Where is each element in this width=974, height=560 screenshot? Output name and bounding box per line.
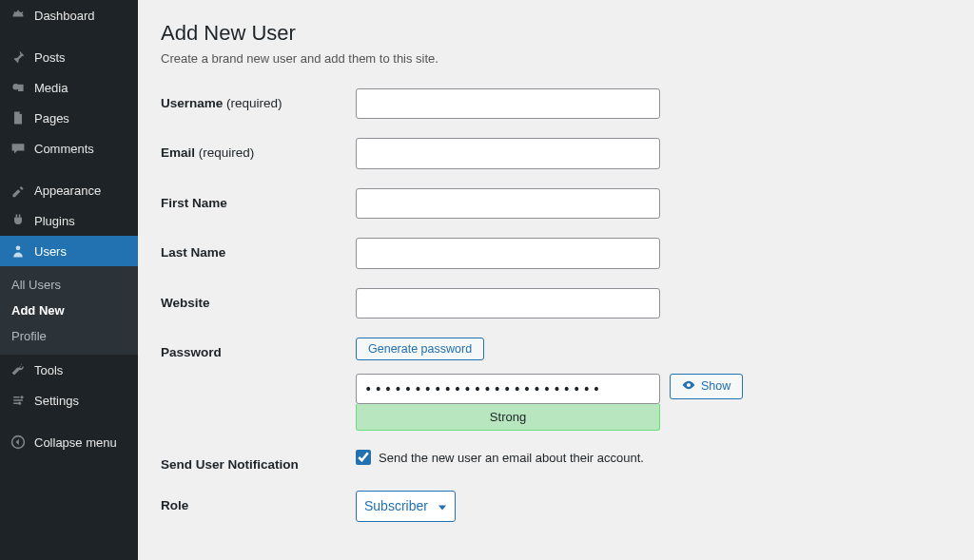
comments-icon xyxy=(10,141,27,156)
password-label: Password xyxy=(161,338,356,359)
submenu-add-new[interactable]: Add New xyxy=(0,298,138,323)
sidebar-item-plugins[interactable]: Plugins xyxy=(0,205,138,236)
sidebar-item-posts[interactable]: Posts xyxy=(0,42,138,72)
website-input[interactable] xyxy=(356,288,660,319)
show-password-button[interactable]: Show xyxy=(670,374,743,399)
sidebar-item-label: Users xyxy=(34,244,67,259)
username-input[interactable] xyxy=(356,88,660,119)
sidebar-item-label: Dashboard xyxy=(34,9,95,23)
sidebar-item-label: Collapse menu xyxy=(34,435,117,450)
sidebar-item-media[interactable]: Media xyxy=(0,72,138,103)
svg-point-3 xyxy=(18,402,21,405)
submenu-all-users[interactable]: All Users xyxy=(0,272,138,298)
appearance-icon xyxy=(10,183,27,198)
svg-point-0 xyxy=(12,84,18,89)
settings-icon xyxy=(10,393,27,408)
password-input[interactable] xyxy=(356,374,660,404)
sidebar-item-label: Appearance xyxy=(34,183,101,198)
eye-icon xyxy=(682,378,695,395)
website-label: Website xyxy=(161,288,356,310)
sidebar-item-dashboard[interactable]: Dashboard xyxy=(0,0,138,30)
sidebar-item-tools[interactable]: Tools xyxy=(0,355,138,385)
page-title: Add New User xyxy=(161,21,951,46)
sidebar-item-label: Posts xyxy=(34,50,66,65)
page-description: Create a brand new user and add them to … xyxy=(161,51,951,66)
sidebar-item-appearance[interactable]: Appearance xyxy=(0,175,138,205)
sidebar-item-pages[interactable]: Pages xyxy=(0,103,138,133)
sidebar-item-users[interactable]: Users xyxy=(0,236,138,266)
sidebar-item-comments[interactable]: Comments xyxy=(0,133,138,164)
username-label: Username (required) xyxy=(161,88,356,110)
svg-point-2 xyxy=(20,396,23,398)
password-strength: Strong xyxy=(356,404,660,431)
media-icon xyxy=(10,80,27,95)
submenu-profile[interactable]: Profile xyxy=(0,323,138,349)
sidebar-item-label: Comments xyxy=(34,142,94,156)
generate-password-button[interactable]: Generate password xyxy=(356,338,484,360)
collapse-icon xyxy=(10,434,27,450)
admin-sidebar: Dashboard Posts Media Pages Comments App… xyxy=(0,0,138,560)
dashboard-icon xyxy=(10,8,27,23)
email-label: Email (required) xyxy=(161,138,356,160)
sidebar-item-label: Pages xyxy=(34,111,69,126)
first-name-input[interactable] xyxy=(356,188,660,219)
last-name-label: Last Name xyxy=(161,238,356,260)
first-name-label: First Name xyxy=(161,188,356,210)
sidebar-item-label: Media xyxy=(34,81,68,95)
sidebar-item-label: Plugins xyxy=(34,214,75,228)
svg-point-1 xyxy=(16,245,21,250)
notify-text: Send the new user an email about their a… xyxy=(379,451,644,465)
users-icon xyxy=(10,243,27,259)
notify-checkbox[interactable] xyxy=(356,450,371,465)
last-name-input[interactable] xyxy=(356,238,660,268)
plugins-icon xyxy=(10,213,27,228)
role-label: Role xyxy=(161,491,356,512)
email-input[interactable] xyxy=(356,138,660,168)
pages-icon xyxy=(10,110,27,126)
role-select[interactable]: Subscriber xyxy=(356,491,456,521)
users-submenu: All Users Add New Profile xyxy=(0,266,138,355)
pin-icon xyxy=(10,49,27,65)
tools-icon xyxy=(10,362,27,377)
notify-label: Send User Notification xyxy=(161,450,356,472)
main-content: Add New User Create a brand new user and… xyxy=(138,0,974,560)
sidebar-collapse[interactable]: Collapse menu xyxy=(0,427,138,457)
sidebar-item-label: Settings xyxy=(34,394,79,408)
sidebar-item-settings[interactable]: Settings xyxy=(0,385,138,415)
sidebar-item-label: Tools xyxy=(34,363,63,377)
